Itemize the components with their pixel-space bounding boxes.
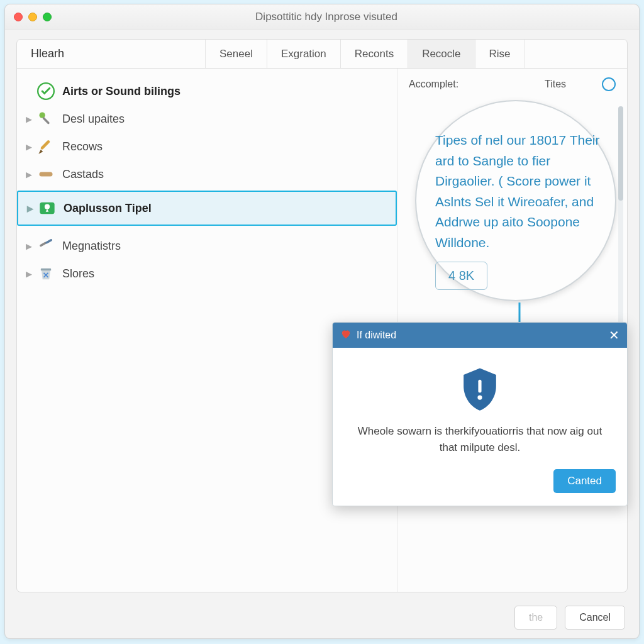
- tag-icon: [37, 165, 55, 183]
- tree-item-label: Megnatistrs: [62, 240, 121, 253]
- alert-dialog: If diwited ✕ Wheole sowarn is therkifyou…: [332, 322, 628, 506]
- tree-item-slores[interactable]: ▶ Slores: [17, 260, 397, 287]
- tab-bar: Hlearh Seneel Exgration Reconts Recocle …: [17, 40, 627, 69]
- detail-header: Accomplet: Tites: [397, 69, 627, 94]
- check-circle-icon: [37, 82, 55, 100]
- dialog-body: Wheole sowarn is therkifyouatiorris that…: [333, 348, 627, 467]
- status-ring-icon[interactable]: [602, 77, 616, 91]
- tree-item-label: Desl upaites: [62, 113, 125, 126]
- tree-item-megnatistrs[interactable]: ▶ Megnatistrs: [17, 232, 397, 260]
- dialog-titlebar: If diwited ✕: [333, 323, 627, 348]
- dialog-message: Wheole sowarn is therkifyouatiorris that…: [349, 423, 611, 455]
- svg-marker-4: [38, 150, 43, 154]
- chevron-right-icon: ▶: [26, 142, 33, 152]
- svg-rect-5: [40, 172, 53, 177]
- tab-hlearh[interactable]: Hlearh: [17, 40, 206, 68]
- close-window-icon[interactable]: [14, 13, 23, 21]
- main-panel: Hlearh Seneel Exgration Reconts Recocle …: [16, 39, 628, 592]
- svg-rect-9: [45, 238, 53, 244]
- svg-point-1: [40, 113, 45, 118]
- app-window: Dipsottitic hdy Inprose visuted Hlearh S…: [4, 4, 640, 639]
- shield-warning-icon: [460, 367, 499, 411]
- detail-heading-left: Accomplet:: [409, 79, 458, 90]
- tree-header[interactable]: Airts or Sound bilings: [17, 77, 397, 105]
- tree-item-recows[interactable]: ▶ Recows: [17, 133, 397, 160]
- svg-rect-13: [478, 380, 481, 393]
- svg-rect-3: [40, 140, 50, 150]
- chevron-right-icon: ▶: [26, 269, 33, 279]
- titlebar: Dipsottitic hdy Inprose visuted: [5, 4, 639, 30]
- chevron-right-icon: ▶: [26, 170, 33, 179]
- tree-item-label: Slores: [62, 267, 94, 280]
- window-title: Dipsottitic hdy Inprose visuted: [52, 11, 601, 23]
- tree-item-desl[interactable]: ▶ Desl upaites: [17, 105, 397, 133]
- screwdriver-icon: [37, 237, 55, 255]
- tab-recocle[interactable]: Recocle: [408, 40, 475, 68]
- tree-header-label: Airts or Sound bilings: [62, 85, 180, 98]
- tab-exgration[interactable]: Exgration: [267, 40, 341, 68]
- recycle-bin-icon: [37, 265, 55, 282]
- scrollbar[interactable]: [618, 106, 623, 333]
- detail-heading-right: Tites: [545, 79, 566, 90]
- chevron-right-icon: ▶: [26, 242, 33, 251]
- chevron-right-icon: ▶: [27, 204, 35, 213]
- location-badge-icon: [38, 199, 56, 217]
- tab-reconts[interactable]: Reconts: [341, 40, 408, 68]
- window-controls: [14, 13, 52, 21]
- close-icon[interactable]: ✕: [609, 328, 619, 343]
- tree-item-castads[interactable]: ▶ Castads: [17, 160, 397, 188]
- chevron-right-icon: ▶: [26, 114, 33, 124]
- tree-item-label: Oaplusson Tipel: [64, 202, 152, 215]
- heart-icon: [340, 328, 352, 342]
- wand-icon: [37, 110, 55, 128]
- scrollbar-thumb[interactable]: [618, 106, 623, 201]
- tree-item-label: Castads: [62, 168, 104, 181]
- magnifier-chip[interactable]: 4 8K: [435, 262, 487, 290]
- magnifier-text: Tipes of nel our 18017 Their ard to Sang…: [435, 130, 601, 253]
- tree-item-oaplusson[interactable]: ▶ Oaplusson Tipel: [17, 191, 397, 226]
- magnifier-callout: Tipes of nel our 18017 Their ard to Sang…: [415, 100, 616, 301]
- ok-button[interactable]: the: [514, 606, 557, 630]
- zoom-window-icon[interactable]: [43, 13, 52, 21]
- cancel-button[interactable]: Cancel: [565, 606, 625, 630]
- dialog-confirm-button[interactable]: Canted: [553, 469, 616, 493]
- tab-seneel[interactable]: Seneel: [206, 40, 267, 68]
- dialog-footer: Canted: [333, 467, 627, 506]
- svg-point-14: [477, 395, 482, 399]
- svg-rect-10: [41, 269, 51, 271]
- tree-item-label: Recows: [62, 140, 103, 153]
- dialog-title: If diwited: [357, 330, 396, 341]
- pencil-icon: [37, 138, 55, 155]
- minimize-window-icon[interactable]: [28, 13, 37, 21]
- svg-rect-2: [42, 117, 50, 125]
- tab-rise[interactable]: Rise: [475, 40, 525, 68]
- svg-point-7: [45, 204, 50, 209]
- window-footer: the Cancel: [514, 606, 625, 630]
